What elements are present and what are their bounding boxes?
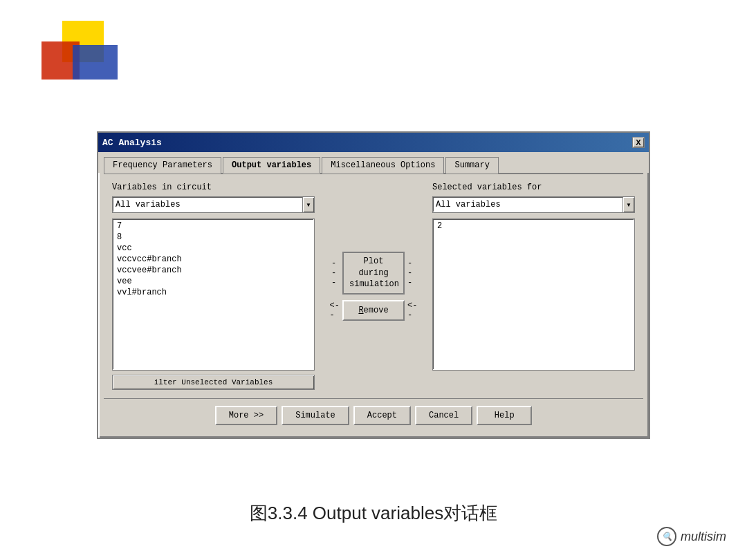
tab-frequency-parameters[interactable]: Frequency Parameters [104, 157, 221, 174]
right-dropdown[interactable]: All variables [432, 196, 635, 213]
remove-arrow-row: <-- Remove <-- [330, 300, 418, 321]
left-dropdown-container: All variables ▼ [112, 196, 315, 213]
content-inner: Variables in circuit All variables ▼ 7 8… [112, 183, 635, 390]
list-item[interactable]: vvl#branch [114, 287, 313, 298]
list-item[interactable]: vcc [114, 243, 313, 254]
middle-panel: --- Plot during simulation --- <-- Remov… [329, 183, 418, 390]
multisim-icon: 🔍 [657, 527, 676, 546]
right-panel: Selected variables for All variables ▼ 2 [432, 183, 635, 390]
list-item[interactable]: vee [114, 276, 313, 287]
list-item[interactable]: 2 [434, 221, 633, 232]
ac-analysis-dialog: AC Analysis X Frequency Parameters Outpu… [97, 131, 650, 439]
list-item[interactable]: 8 [114, 232, 313, 243]
logo-blue-square [73, 45, 118, 80]
title-bar: AC Analysis X [98, 133, 649, 152]
plot-dashes-left: --- [331, 259, 340, 288]
selected-variables-listbox[interactable]: 2 [432, 218, 635, 371]
tab-summary[interactable]: Summary [445, 157, 498, 174]
remove-arrow-right: <-- [407, 301, 417, 320]
background-logo [42, 21, 124, 104]
simulate-button[interactable]: Simulate [282, 406, 349, 425]
tab-output-variables[interactable]: Output variables [223, 157, 320, 174]
plot-during-simulation-button[interactable]: Plot during simulation [342, 252, 405, 295]
left-dropdown[interactable]: All variables [112, 196, 315, 213]
filter-unselected-button[interactable]: ilter Unselected Variables [112, 375, 315, 390]
selected-variables-label: Selected variables for [432, 183, 635, 192]
accept-button[interactable]: Accept [353, 406, 411, 425]
remove-arrow-left: <-- [330, 301, 340, 320]
remove-underline: Remove [358, 306, 388, 315]
close-button[interactable]: X [632, 137, 645, 148]
tab-bar: Frequency Parameters Output variables Mi… [98, 152, 649, 173]
caption-text: 图3.3.4 Output variables对话框 [0, 501, 747, 525]
plot-arrow-row: --- Plot during simulation --- [331, 252, 416, 295]
variables-in-circuit-label: Variables in circuit [112, 183, 315, 192]
multisim-label: multisim [681, 530, 726, 544]
more-button[interactable]: More >> [215, 406, 277, 425]
multisim-logo: 🔍 multisim [657, 527, 726, 546]
help-button[interactable]: Help [477, 406, 532, 425]
variables-listbox[interactable]: 7 8 vcc vccvcc#branch vccvee#branch vee … [112, 218, 315, 371]
right-dropdown-container: All variables ▼ [432, 196, 635, 213]
cancel-button[interactable]: Cancel [415, 406, 472, 425]
tab-miscellaneous-options[interactable]: Miscellaneous Options [322, 157, 444, 174]
dialog-title: AC Analysis [102, 138, 162, 148]
list-item[interactable]: vccvee#branch [114, 265, 313, 276]
bottom-button-bar: More >> Simulate Accept Cancel Help [104, 398, 643, 432]
plot-dashes-right: --- [407, 259, 416, 288]
content-area: Variables in circuit All variables ▼ 7 8… [104, 174, 643, 398]
left-panel: Variables in circuit All variables ▼ 7 8… [112, 183, 315, 390]
remove-button[interactable]: Remove [342, 300, 405, 321]
list-item[interactable]: vccvcc#branch [114, 254, 313, 265]
list-item[interactable]: 7 [114, 221, 313, 232]
